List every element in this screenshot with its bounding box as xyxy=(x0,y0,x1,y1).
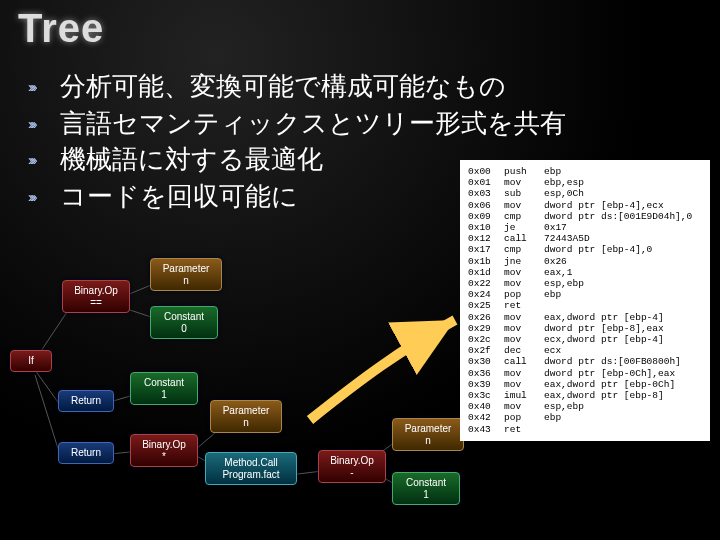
chevron-icon: »» xyxy=(28,116,52,134)
chevron-icon: »» xyxy=(28,189,52,207)
tree-node-const-0: Constant 0 xyxy=(150,306,218,339)
list-item: »» 分析可能、変換可能で構成可能なもの xyxy=(28,70,700,103)
asm-row: 0x1dmoveax,1 xyxy=(468,267,702,278)
asm-row: 0x30calldword ptr ds:[00FB0800h] xyxy=(468,356,702,367)
asm-row: 0x09cmpdword ptr ds:[001E9D04h],0 xyxy=(468,211,702,222)
asm-row: 0x10je0x17 xyxy=(468,222,702,233)
tree-node-param-n: Parameter n xyxy=(392,418,464,451)
tree-node-binop-sub: Binary.Op - xyxy=(318,450,386,483)
asm-row: 0x26moveax,dword ptr [ebp-4] xyxy=(468,312,702,323)
asm-row: 0x2cmovecx,dword ptr [ebp-4] xyxy=(468,334,702,345)
tree-node-binop-eq: Binary.Op == xyxy=(62,280,130,313)
asm-row: 0x17cmpdword ptr [ebp-4],0 xyxy=(468,244,702,255)
tree-node-return: Return xyxy=(58,442,114,464)
asm-row: 0x39moveax,dword ptr [ebp-0Ch] xyxy=(468,379,702,390)
asm-row: 0x24popebp xyxy=(468,289,702,300)
asm-row: 0x2fdececx xyxy=(468,345,702,356)
asm-row: 0x40movesp,ebp xyxy=(468,401,702,412)
asm-row: 0x12call72443A5D xyxy=(468,233,702,244)
tree-node-if: If xyxy=(10,350,52,372)
asm-row: 0x42popebp xyxy=(468,412,702,423)
list-item: »» 言語セマンティックスとツリー形式を共有 xyxy=(28,107,700,140)
asm-row: 0x03subesp,0Ch xyxy=(468,188,702,199)
tree-node-const-1: Constant 1 xyxy=(392,472,460,505)
tree-node-param-n: Parameter n xyxy=(150,258,222,291)
tree-node-return: Return xyxy=(58,390,114,412)
asm-row: 0x25ret xyxy=(468,300,702,311)
bullet-text: 分析可能、変換可能で構成可能なもの xyxy=(60,70,700,103)
page-title: Tree xyxy=(18,6,104,51)
asm-row: 0x00pushebp xyxy=(468,166,702,177)
asm-row: 0x1bjne0x26 xyxy=(468,256,702,267)
asm-row: 0x29movdword ptr [ebp-8],eax xyxy=(468,323,702,334)
chevron-icon: »» xyxy=(28,152,52,170)
assembly-listing: 0x00pushebp0x01movebp,esp0x03subesp,0Ch0… xyxy=(460,160,710,441)
asm-row: 0x06movdword ptr [ebp-4],ecx xyxy=(468,200,702,211)
tree-node-binop-mul: Binary.Op * xyxy=(130,434,198,467)
asm-row: 0x43ret xyxy=(468,424,702,435)
chevron-icon: »» xyxy=(28,79,52,97)
tree-node-const-1: Constant 1 xyxy=(130,372,198,405)
asm-row: 0x01movebp,esp xyxy=(468,177,702,188)
asm-row: 0x36movdword ptr [ebp-0Ch],eax xyxy=(468,368,702,379)
asm-row: 0x3cimuleax,dword ptr [ebp-8] xyxy=(468,390,702,401)
tree-node-method-call: Method.Call Program.fact xyxy=(205,452,297,485)
bullet-text: 言語セマンティックスとツリー形式を共有 xyxy=(60,107,700,140)
tree-node-param-n: Parameter n xyxy=(210,400,282,433)
asm-row: 0x22movesp,ebp xyxy=(468,278,702,289)
